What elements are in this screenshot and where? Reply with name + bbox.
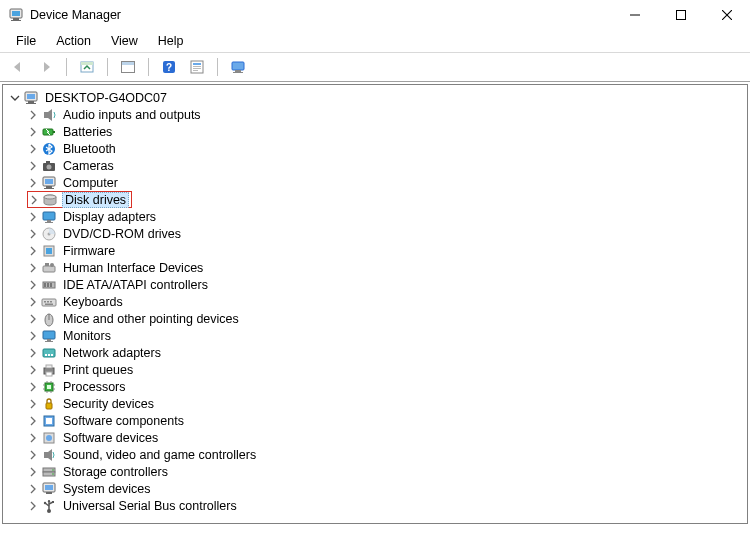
expander-icon[interactable]: [27, 330, 39, 342]
svg-rect-9: [129, 62, 134, 65]
tree-item-label[interactable]: Display adapters: [61, 210, 158, 224]
tree-item[interactable]: Firmware: [27, 242, 747, 259]
tree-item-label[interactable]: Universal Serial Bus controllers: [61, 499, 239, 513]
speaker-icon: [41, 107, 57, 123]
expander-icon[interactable]: [27, 296, 39, 308]
tree-item[interactable]: Mice and other pointing devices: [27, 310, 747, 327]
tree-item-label[interactable]: Bluetooth: [61, 142, 118, 156]
tree-item-label[interactable]: Storage controllers: [61, 465, 170, 479]
expander-icon[interactable]: [27, 381, 39, 393]
expander-icon[interactable]: [9, 92, 21, 104]
expander-icon[interactable]: [27, 228, 39, 240]
tree-item[interactable]: Network adapters: [27, 344, 747, 361]
maximize-button[interactable]: [658, 0, 704, 30]
menu-help[interactable]: Help: [148, 32, 194, 50]
tree-item-label[interactable]: Disk drives: [62, 192, 129, 208]
tree-item-label[interactable]: IDE ATA/ATAPI controllers: [61, 278, 210, 292]
menu-action[interactable]: Action: [46, 32, 101, 50]
refresh-button[interactable]: [116, 55, 140, 79]
tree-item[interactable]: Software components: [27, 412, 747, 429]
tree-item-label[interactable]: Monitors: [61, 329, 113, 343]
tree-item[interactable]: Universal Serial Bus controllers: [27, 497, 747, 514]
forward-button[interactable]: [34, 55, 58, 79]
tree-item-label[interactable]: Mice and other pointing devices: [61, 312, 241, 326]
tree-item[interactable]: Sound, video and game controllers: [27, 446, 747, 463]
expander-icon[interactable]: [27, 143, 39, 155]
tree-item-label[interactable]: Computer: [61, 176, 120, 190]
scan-button[interactable]: [226, 55, 250, 79]
tree-item[interactable]: Cameras: [27, 157, 747, 174]
expander-icon[interactable]: [27, 347, 39, 359]
tree-item-label[interactable]: Cameras: [61, 159, 116, 173]
tree-item[interactable]: Security devices: [27, 395, 747, 412]
monitor-icon: [41, 328, 57, 344]
tree-item-label[interactable]: Keyboards: [61, 295, 125, 309]
tree-item[interactable]: Audio inputs and outputs: [27, 106, 747, 123]
expander-icon[interactable]: [27, 432, 39, 444]
tree-item-label[interactable]: Firmware: [61, 244, 117, 258]
expander-icon[interactable]: [27, 160, 39, 172]
dvd-icon: [41, 226, 57, 242]
help-button[interactable]: ?: [157, 55, 181, 79]
tree-item-label[interactable]: Software devices: [61, 431, 160, 445]
tree-root[interactable]: DESKTOP-G4ODC07: [7, 89, 747, 106]
back-button[interactable]: [6, 55, 30, 79]
menu-file[interactable]: File: [6, 32, 46, 50]
expander-icon[interactable]: [27, 109, 39, 121]
tree-item-label[interactable]: Print queues: [61, 363, 135, 377]
tree-item[interactable]: Processors: [27, 378, 747, 395]
tree-item[interactable]: Software devices: [27, 429, 747, 446]
expander-icon[interactable]: [27, 313, 39, 325]
tree-item-label[interactable]: Audio inputs and outputs: [61, 108, 203, 122]
device-tree[interactable]: DESKTOP-G4ODC07 Audio inputs and outputs…: [2, 84, 748, 524]
tree-item[interactable]: Display adapters: [27, 208, 747, 225]
tree-item[interactable]: Storage controllers: [27, 463, 747, 480]
expander-icon[interactable]: [27, 466, 39, 478]
expander-icon[interactable]: [27, 483, 39, 495]
tree-item-label[interactable]: Network adapters: [61, 346, 163, 360]
tree-item[interactable]: Monitors: [27, 327, 747, 344]
expander-icon[interactable]: [27, 262, 39, 274]
tree-item-label[interactable]: System devices: [61, 482, 153, 496]
tree-item-label[interactable]: Batteries: [61, 125, 114, 139]
tree-item[interactable]: Disk drives: [27, 191, 747, 208]
svg-rect-16: [193, 70, 198, 71]
tree-item[interactable]: DVD/CD-ROM drives: [27, 225, 747, 242]
tree-item-label[interactable]: Software components: [61, 414, 186, 428]
expander-icon[interactable]: [27, 449, 39, 461]
tree-item[interactable]: Batteries: [27, 123, 747, 140]
tree-item[interactable]: Keyboards: [27, 293, 747, 310]
tree-item-label[interactable]: DVD/CD-ROM drives: [61, 227, 183, 241]
device-manager-window: Device Manager File Action View Help: [0, 0, 750, 540]
disk-icon: [42, 192, 58, 208]
cpu-icon: [41, 379, 57, 395]
svg-rect-2: [13, 18, 19, 20]
tree-item-label[interactable]: Processors: [61, 380, 128, 394]
expander-icon[interactable]: [27, 500, 39, 512]
tree-item[interactable]: Human Interface Devices: [27, 259, 747, 276]
tree-item[interactable]: System devices: [27, 480, 747, 497]
expander-icon[interactable]: [27, 398, 39, 410]
close-button[interactable]: [704, 0, 750, 30]
expander-icon[interactable]: [27, 279, 39, 291]
expander-icon[interactable]: [27, 177, 39, 189]
tree-item[interactable]: Bluetooth: [27, 140, 747, 157]
expander-icon[interactable]: [27, 211, 39, 223]
tree-item[interactable]: Computer: [27, 174, 747, 191]
expander-icon[interactable]: [27, 245, 39, 257]
expander-icon[interactable]: [27, 364, 39, 376]
tree-item-label[interactable]: Human Interface Devices: [61, 261, 205, 275]
expander-icon[interactable]: [27, 126, 39, 138]
tree-root-label[interactable]: DESKTOP-G4ODC07: [43, 91, 169, 105]
show-hidden-button[interactable]: [75, 55, 99, 79]
tree-item[interactable]: Print queues: [27, 361, 747, 378]
expander-icon[interactable]: [27, 415, 39, 427]
tree-item-label[interactable]: Security devices: [61, 397, 156, 411]
expander-icon[interactable]: [28, 194, 40, 206]
tree-item-label[interactable]: Sound, video and game controllers: [61, 448, 258, 462]
menu-view[interactable]: View: [101, 32, 148, 50]
properties-button[interactable]: [185, 55, 209, 79]
tree-item[interactable]: IDE ATA/ATAPI controllers: [27, 276, 747, 293]
minimize-button[interactable]: [612, 0, 658, 30]
security-icon: [41, 396, 57, 412]
